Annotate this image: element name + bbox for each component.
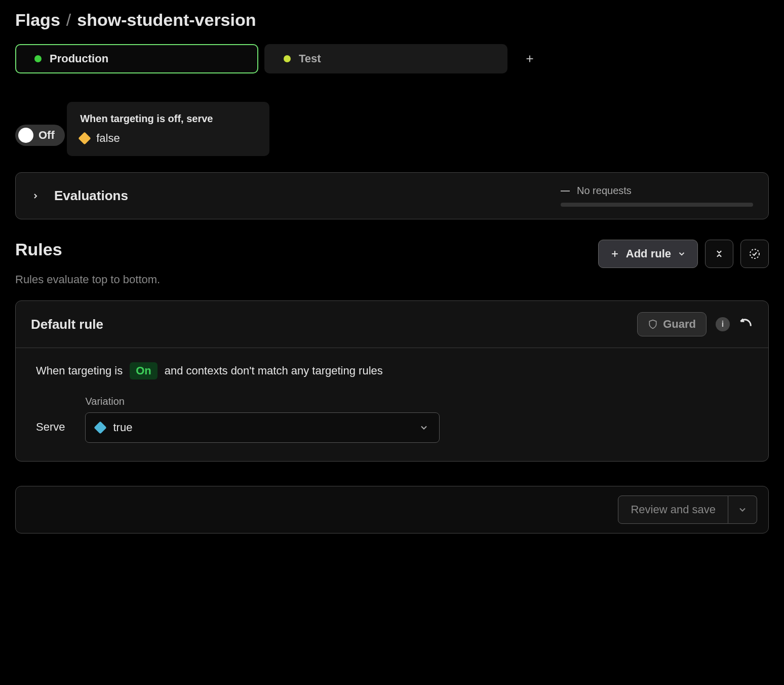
default-rule-card: Default rule Guard i When targeting is O… xyxy=(15,300,769,462)
undo-icon xyxy=(739,317,753,331)
add-rule-label: Add rule xyxy=(626,247,671,260)
evaluations-progress-bar xyxy=(561,203,753,207)
guard-button[interactable]: Guard xyxy=(637,312,707,336)
info-icon: i xyxy=(722,320,724,329)
status-dot-icon xyxy=(34,55,42,62)
svg-point-4 xyxy=(750,249,759,258)
diamond-icon xyxy=(94,421,107,434)
condition-prefix: When targeting is xyxy=(36,364,123,377)
env-tab-label: Production xyxy=(50,52,108,65)
rules-subtitle: Rules evaluate top to bottom. xyxy=(15,273,769,286)
evaluations-title: Evaluations xyxy=(54,188,128,204)
variation-select[interactable]: true xyxy=(85,412,440,443)
breadcrumb-separator: / xyxy=(66,10,71,30)
env-tab-label: Test xyxy=(299,52,321,65)
condition-suffix: and contexts don't match any targeting r… xyxy=(165,364,383,377)
serve-label: Serve xyxy=(36,421,65,443)
off-serve-title: When targeting is off, serve xyxy=(80,113,256,125)
default-rule-title: Default rule xyxy=(31,317,103,332)
chevron-down-icon xyxy=(419,423,429,433)
review-save-dropdown[interactable] xyxy=(728,496,757,524)
breadcrumb: Flags / show-student-version xyxy=(15,10,769,30)
add-environment-button[interactable] xyxy=(522,51,538,67)
breadcrumb-current: show-student-version xyxy=(77,10,256,30)
chevron-right-icon xyxy=(31,192,40,201)
rules-title: Rules xyxy=(15,240,62,259)
verify-rules-button[interactable] xyxy=(740,240,769,268)
shield-icon xyxy=(648,319,658,329)
diamond-icon xyxy=(78,132,91,144)
variation-label: Variation xyxy=(85,396,440,407)
off-serve-value: false xyxy=(80,132,256,145)
dash-icon xyxy=(561,191,570,192)
env-tab-test[interactable]: Test xyxy=(264,44,507,73)
info-button[interactable]: i xyxy=(716,317,730,331)
chevron-down-icon xyxy=(677,249,686,258)
off-serve-value-text: false xyxy=(96,132,120,145)
evaluations-status: No requests xyxy=(561,185,632,197)
guard-label: Guard xyxy=(663,318,696,331)
variation-value: true xyxy=(113,421,132,434)
toggle-state-label: Off xyxy=(38,129,55,142)
toggle-knob-icon xyxy=(18,128,33,143)
plus-icon xyxy=(610,249,620,259)
undo-button[interactable] xyxy=(739,317,753,331)
plus-icon xyxy=(524,53,535,64)
evaluations-status-text: No requests xyxy=(577,185,632,197)
off-serve-card: When targeting is off, serve false xyxy=(67,102,269,156)
targeting-toggle[interactable]: Off xyxy=(15,125,65,146)
add-rule-button[interactable]: Add rule xyxy=(598,240,698,268)
evaluations-panel[interactable]: Evaluations No requests xyxy=(15,172,769,219)
review-save-button[interactable]: Review and save xyxy=(618,496,728,524)
collapse-rules-button[interactable] xyxy=(705,240,733,268)
rule-condition: When targeting is On and contexts don't … xyxy=(36,362,748,379)
status-dot-icon xyxy=(284,55,291,62)
on-badge: On xyxy=(130,362,158,379)
chevron-down-icon xyxy=(737,505,748,515)
footer-bar: Review and save xyxy=(15,486,769,534)
breadcrumb-parent[interactable]: Flags xyxy=(15,10,60,30)
collapse-icon xyxy=(714,249,724,259)
env-tab-production[interactable]: Production xyxy=(15,44,258,73)
target-check-icon xyxy=(749,248,761,260)
environment-tabs: Production Test xyxy=(15,44,769,73)
